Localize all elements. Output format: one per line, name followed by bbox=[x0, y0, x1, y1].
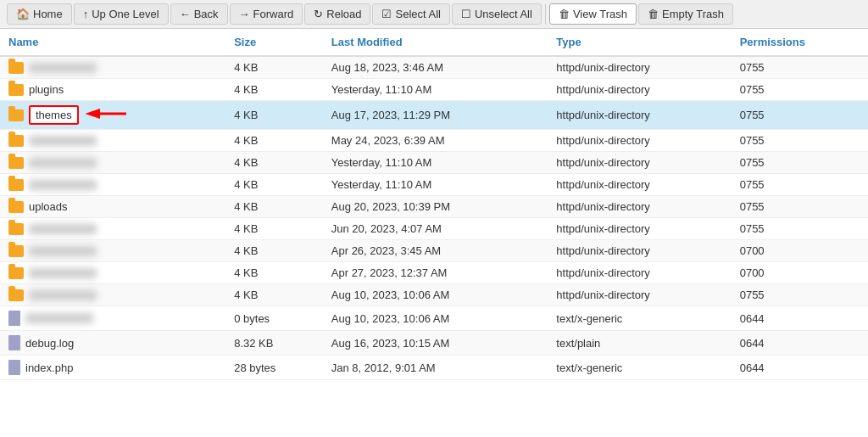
cell-name: debug.log bbox=[0, 331, 225, 356]
table-row[interactable]: 4 KBJun 20, 2023, 4:07 AMhttpd/unix-dire… bbox=[0, 218, 868, 240]
reload-button-icon: ↻ bbox=[314, 8, 323, 20]
table-row[interactable]: 4 KBAug 18, 2023, 3:46 AMhttpd/unix-dire… bbox=[0, 56, 868, 79]
cell-size: 4 KB bbox=[225, 218, 323, 240]
cell-type: text/x-generic bbox=[548, 356, 731, 380]
cell-modified: Aug 18, 2023, 3:46 AM bbox=[323, 56, 548, 79]
up-one-level-button-label: Up One Level bbox=[92, 8, 159, 20]
cell-name: themes bbox=[0, 101, 225, 130]
cell-name bbox=[0, 306, 225, 331]
file-icon bbox=[8, 311, 20, 326]
toolbar-separator bbox=[545, 4, 546, 25]
folder-icon bbox=[8, 84, 24, 96]
cell-type: httpd/unix-directory bbox=[548, 174, 731, 196]
cell-type: httpd/unix-directory bbox=[548, 130, 731, 152]
cell-name bbox=[0, 262, 225, 284]
themes-label: themes bbox=[29, 105, 79, 125]
file-name: index.php bbox=[25, 361, 73, 374]
col-permissions[interactable]: Permissions bbox=[732, 29, 868, 56]
forward-button-label: Forward bbox=[253, 8, 294, 20]
cell-permissions: 0755 bbox=[732, 79, 868, 101]
cell-type: httpd/unix-directory bbox=[548, 262, 731, 284]
cell-modified: Yesterday, 11:10 AM bbox=[323, 79, 548, 101]
file-name: uploads bbox=[29, 200, 68, 213]
folder-icon bbox=[8, 157, 24, 169]
red-arrow-icon bbox=[86, 105, 128, 125]
file-icon bbox=[8, 360, 20, 375]
cell-modified: Jan 8, 2012, 9:01 AM bbox=[323, 356, 548, 380]
table-row[interactable]: 4 KBYesterday, 11:10 AMhttpd/unix-direct… bbox=[0, 152, 868, 174]
cell-permissions: 0700 bbox=[732, 262, 868, 284]
cell-size: 4 KB bbox=[225, 56, 323, 79]
cell-permissions: 0755 bbox=[732, 218, 868, 240]
reload-button[interactable]: ↻Reload bbox=[304, 3, 370, 25]
forward-button-icon: → bbox=[239, 8, 250, 20]
up-one-level-button[interactable]: ↑Up One Level bbox=[74, 3, 169, 25]
cell-size: 8.32 KB bbox=[225, 331, 323, 356]
cell-name: plugins bbox=[0, 79, 225, 101]
cell-modified: Apr 27, 2023, 12:37 AM bbox=[323, 262, 548, 284]
cell-permissions: 0644 bbox=[732, 356, 868, 380]
cell-modified: Aug 17, 2023, 11:29 PM bbox=[323, 101, 548, 130]
cell-modified: Yesterday, 11:10 AM bbox=[323, 152, 548, 174]
unselect-all-button-icon: ☐ bbox=[461, 8, 471, 20]
cell-permissions: 0755 bbox=[732, 284, 868, 306]
unselect-all-button[interactable]: ☐Unselect All bbox=[452, 3, 542, 25]
blurred-name bbox=[29, 224, 97, 234]
empty-trash-button[interactable]: 🗑Empty Trash bbox=[638, 3, 733, 25]
table-row[interactable]: uploads4 KBAug 20, 2023, 10:39 PMhttpd/u… bbox=[0, 196, 868, 218]
col-name[interactable]: Name bbox=[0, 29, 225, 56]
cell-name bbox=[0, 174, 225, 196]
cell-permissions: 0700 bbox=[732, 240, 868, 262]
table-row[interactable]: plugins4 KBYesterday, 11:10 AMhttpd/unix… bbox=[0, 79, 868, 101]
blurred-name bbox=[25, 313, 93, 323]
table-row[interactable]: 4 KBMay 24, 2023, 6:39 AMhttpd/unix-dire… bbox=[0, 130, 868, 152]
reload-button-label: Reload bbox=[326, 8, 361, 20]
cell-size: 4 KB bbox=[225, 130, 323, 152]
view-trash-button[interactable]: 🗑View Trash bbox=[549, 3, 637, 25]
table-row[interactable]: debug.log8.32 KBAug 16, 2023, 10:15 AMte… bbox=[0, 331, 868, 356]
blurred-name bbox=[29, 180, 97, 190]
cell-modified: Yesterday, 11:10 AM bbox=[323, 174, 548, 196]
home-button[interactable]: 🏠Home bbox=[7, 3, 72, 25]
col-last-modified[interactable]: Last Modified bbox=[323, 29, 548, 56]
back-button-icon: ← bbox=[180, 8, 191, 20]
view-trash-button-label: View Trash bbox=[573, 8, 627, 20]
table-row[interactable]: 4 KBYesterday, 11:10 AMhttpd/unix-direct… bbox=[0, 174, 868, 196]
cell-size: 4 KB bbox=[225, 174, 323, 196]
cell-name: index.php bbox=[0, 356, 225, 380]
select-all-button[interactable]: ☑Select All bbox=[372, 3, 449, 25]
table-row[interactable]: index.php28 bytesJan 8, 2012, 9:01 AMtex… bbox=[0, 356, 868, 380]
cell-permissions: 0755 bbox=[732, 56, 868, 79]
table-row[interactable]: 4 KBAug 10, 2023, 10:06 AMhttpd/unix-dir… bbox=[0, 284, 868, 306]
table-row[interactable]: 0 bytesAug 10, 2023, 10:06 AMtext/x-gene… bbox=[0, 306, 868, 331]
file-icon bbox=[8, 335, 20, 350]
forward-button[interactable]: →Forward bbox=[230, 3, 303, 25]
home-button-icon: 🏠 bbox=[16, 8, 30, 20]
cell-type: text/plain bbox=[548, 331, 731, 356]
view-trash-button-icon: 🗑 bbox=[559, 8, 570, 20]
back-button[interactable]: ←Back bbox=[170, 3, 228, 25]
empty-trash-button-icon: 🗑 bbox=[648, 8, 659, 20]
cell-permissions: 0755 bbox=[732, 174, 868, 196]
table-row[interactable]: 4 KBApr 27, 2023, 12:37 AMhttpd/unix-dir… bbox=[0, 262, 868, 284]
cell-modified: Aug 10, 2023, 10:06 AM bbox=[323, 306, 548, 331]
blurred-name bbox=[29, 136, 97, 146]
cell-name bbox=[0, 240, 225, 262]
cell-permissions: 0755 bbox=[732, 101, 868, 130]
file-name: debug.log bbox=[25, 337, 74, 350]
cell-permissions: 0644 bbox=[732, 306, 868, 331]
col-type[interactable]: Type bbox=[548, 29, 731, 56]
table-row[interactable]: 4 KBApr 26, 2023, 3:45 AMhttpd/unix-dire… bbox=[0, 240, 868, 262]
cell-permissions: 0755 bbox=[732, 130, 868, 152]
cell-type: httpd/unix-directory bbox=[548, 79, 731, 101]
folder-icon bbox=[8, 109, 24, 121]
cell-size: 4 KB bbox=[225, 79, 323, 101]
cell-name bbox=[0, 56, 225, 79]
blurred-name bbox=[29, 158, 97, 168]
folder-icon bbox=[8, 135, 24, 147]
table-row[interactable]: themes 4 KBAug 17, 2023, 11:29 PMhttpd/u… bbox=[0, 101, 868, 130]
folder-icon bbox=[8, 223, 24, 235]
cell-type: httpd/unix-directory bbox=[548, 152, 731, 174]
cell-modified: May 24, 2023, 6:39 AM bbox=[323, 130, 548, 152]
col-size[interactable]: Size bbox=[225, 29, 323, 56]
